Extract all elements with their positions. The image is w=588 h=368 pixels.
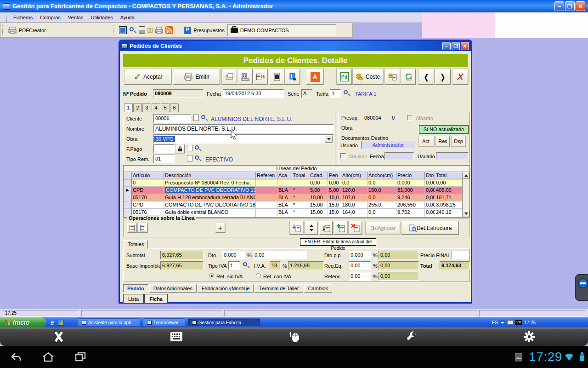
dto-pct-field[interactable]: 0,000 [222, 251, 245, 259]
table-tool-icon[interactable] [119, 26, 127, 34]
scroll-up-button[interactable] [463, 172, 469, 179]
task-button-1[interactable]: Asistente para la opti [78, 318, 140, 327]
remote-close-button[interactable] [0, 328, 118, 346]
page-tab-2[interactable]: 2 [133, 104, 142, 112]
insert-line-button[interactable] [334, 221, 347, 235]
line-list-button[interactable] [127, 223, 137, 233]
pdf-button[interactable]: Pd [337, 69, 352, 85]
section-tab-cambios[interactable]: Cambios [304, 284, 332, 293]
prev-record-button[interactable]: ❬ [418, 69, 434, 85]
totales-tab[interactable]: Totales [124, 240, 148, 249]
view-tab-ficha[interactable]: Ficha [144, 294, 168, 303]
table-row[interactable]: 0Presupuesto Nº 080004 Rev. 0 Fecha:0,00… [124, 179, 463, 187]
teamviewer-bubble[interactable] [575, 274, 588, 301]
tiporem-doc-icon[interactable] [187, 155, 192, 161]
det-estructura-button[interactable]: Det.Estructura [401, 221, 458, 235]
menu-compras[interactable]: Compras [36, 13, 64, 22]
tray-keyboard-icon[interactable] [507, 320, 514, 325]
serie-field[interactable]: A [301, 89, 312, 98]
home-button[interactable] [32, 346, 64, 368]
copy-cost-button[interactable] [385, 69, 400, 85]
tiporem-field[interactable]: 01 [153, 155, 175, 163]
fpago-search-icon[interactable] [194, 145, 202, 152]
remote-keyboard-button[interactable] [118, 328, 235, 346]
move-line-spinner[interactable] [305, 221, 318, 235]
remote-tools-button[interactable] [353, 328, 470, 346]
cancel-button[interactable]: X [452, 69, 468, 85]
emitir-button[interactable]: Emitir [173, 69, 220, 85]
section-tab-pedido[interactable]: Pedido [123, 284, 148, 293]
dtopp-pct-field[interactable]: 0,000 [349, 251, 371, 259]
task-button-2[interactable]: TeamViewer [143, 318, 185, 327]
column-header[interactable]: Dto [425, 172, 435, 179]
cliente-link[interactable]: ALUMINIOS DEL NORTE, S.L.U. [211, 116, 292, 122]
dialog-minimize-button[interactable]: − [442, 42, 451, 50]
rss-tool-icon[interactable] [165, 26, 173, 34]
page-tab-6[interactable]: 6 [170, 104, 179, 112]
menu-utilidades[interactable]: Utilidades [87, 13, 117, 22]
act-button[interactable]: Act. [419, 136, 434, 146]
minimize-button[interactable]: − [554, 1, 564, 11]
coste-button[interactable]: Coste [353, 69, 383, 85]
table-row[interactable]: ▶CPDCOMPACTO DE PVC DECORATIVO 19BLA*5,0… [124, 187, 463, 194]
column-header[interactable]: Precio [396, 172, 425, 179]
obra-combo[interactable]: 30 VPO [153, 134, 334, 144]
page-tab-5[interactable]: 5 [161, 104, 170, 112]
presupuestos-button[interactable]: P Presupuestos [181, 24, 227, 36]
tray-lang[interactable]: ES [492, 320, 498, 325]
tiporem-link[interactable]: EFECTIVO [205, 156, 233, 163]
section-tab-fabricación-y-montaje[interactable]: Fabricación y Montaje [198, 284, 254, 293]
fpago-doc-icon[interactable] [187, 145, 192, 151]
tipo-iva-field[interactable]: 1 [228, 261, 240, 270]
page-tab-1[interactable]: 1 [124, 104, 133, 112]
scroll-down-button[interactable] [463, 210, 469, 217]
ce-button[interactable]: C€ [253, 69, 268, 85]
cliente-search-icon[interactable] [201, 115, 208, 122]
cliente-field[interactable]: 00006 [153, 114, 191, 123]
dialog-maximize-button[interactable]: ❐ [452, 42, 460, 50]
ret-con-iva-radio[interactable] [256, 273, 261, 278]
dialog-close-button[interactable]: ✕ [461, 42, 469, 50]
fecha-field[interactable]: 19/04/2012 6:30 [223, 89, 284, 98]
close-button[interactable]: ✕ [576, 1, 585, 11]
column-header[interactable]: Alto(cm) [341, 172, 368, 179]
start-button[interactable]: Inicio [0, 317, 46, 328]
pdfcreator-button[interactable]: PDFCreator [6, 24, 111, 36]
add-line-button[interactable]: + [215, 223, 225, 233]
highlight-a-button[interactable]: A [306, 69, 323, 85]
menu-ficheros[interactable]: Ficheros [10, 13, 36, 22]
menu-ayuda[interactable]: Ayuda [117, 13, 138, 22]
column-header[interactable]: Referen [256, 172, 277, 179]
tiporem-search-icon[interactable] [194, 155, 202, 162]
tarifa-field[interactable]: 1 [330, 89, 341, 98]
search-tool-icon[interactable] [129, 27, 136, 34]
remote-mouse-button[interactable] [235, 328, 353, 346]
quicklaunch-update-icon[interactable] [58, 320, 64, 326]
print-tool-icon[interactable] [155, 27, 163, 34]
remote-settings-button[interactable] [470, 328, 588, 346]
import-line-button[interactable] [290, 221, 303, 235]
key-tool-icon[interactable]: ⚿ [147, 26, 153, 34]
screenshot-icon[interactable] [510, 346, 529, 368]
process-button[interactable] [269, 69, 284, 85]
fpago-lock-button[interactable] [175, 144, 185, 153]
fpago-field[interactable] [153, 144, 175, 153]
recents-button[interactable] [64, 346, 96, 368]
tray-vb-icon[interactable]: VB [515, 320, 522, 325]
column-header[interactable]: Aca [277, 172, 292, 179]
view-tab-lista[interactable]: Lista [123, 294, 144, 303]
nombre-field[interactable]: ALUMINIOS DEL NORTE, S.L.U. [153, 124, 334, 133]
page-tab-4[interactable]: 4 [152, 104, 160, 112]
column-header[interactable]: Cdad. [309, 172, 328, 179]
retenc-pct-field[interactable]: 0,00 [349, 272, 371, 281]
print-setup-button[interactable] [237, 69, 253, 85]
aceptar-button[interactable]: ✓Aceptar [124, 69, 171, 85]
num-pedido-field[interactable]: 080009 [153, 89, 204, 98]
next-record-button[interactable]: ❭ [435, 69, 451, 85]
table-scrollbar[interactable] [462, 172, 469, 217]
line-detail-button[interactable] [138, 223, 147, 233]
print-preview-button[interactable] [222, 69, 237, 85]
tray-teamviewer-icon[interactable] [500, 320, 505, 325]
company-selector[interactable]: DEMO COMPACTOS [227, 24, 336, 36]
calculator-tool-icon[interactable] [139, 26, 145, 34]
